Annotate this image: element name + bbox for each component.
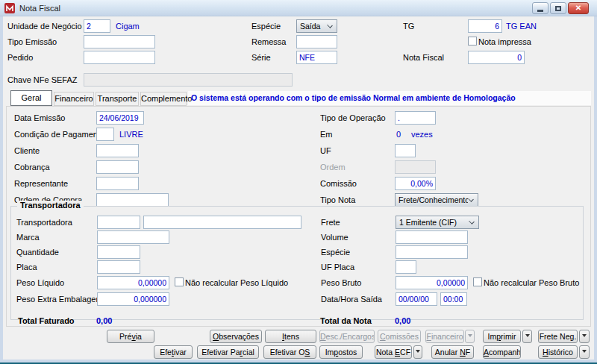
- unidade-negocio-label: Unidade de Negócio: [7, 22, 82, 31]
- title-bar: Nota Fiscal ✕: [0, 0, 597, 16]
- observacoes-button[interactable]: Observações: [210, 330, 262, 343]
- quantidade-input[interactable]: [97, 245, 140, 259]
- comissao-input[interactable]: [395, 177, 436, 190]
- app-icon: [4, 3, 15, 13]
- data-emissao-label: Data Emissão: [14, 113, 65, 122]
- anular-nf-button[interactable]: Anular NF: [431, 345, 474, 359]
- previa-button[interactable]: Prévia: [107, 330, 154, 343]
- em-value: 0: [396, 130, 401, 139]
- condicao-pagamento-input[interactable]: [96, 128, 114, 141]
- chave-nfe-label: Chave NFe SEFAZ: [7, 75, 78, 84]
- cliente-input[interactable]: [96, 144, 139, 157]
- dropdown-arrow-icon: [416, 350, 420, 355]
- comissao-label: Comissão: [320, 179, 357, 188]
- tab-transporte[interactable]: Transporte: [96, 92, 139, 106]
- comissoes-button: Comissões: [378, 330, 421, 343]
- peso-bruto-input[interactable]: [396, 276, 468, 289]
- imprimir-button[interactable]: Imprimir: [483, 330, 521, 343]
- uf-input[interactable]: [395, 144, 416, 157]
- especie-transp-input[interactable]: [396, 245, 468, 259]
- cobranca-label: Cobrança: [14, 163, 50, 172]
- frete-neg-dropdown-arrow[interactable]: [579, 330, 590, 343]
- form-body: Unidade de Negócio Cigam Espécie Saída T…: [3, 16, 594, 360]
- efetivar-parcial-button[interactable]: Efetivar Parcial: [197, 345, 259, 359]
- placa-label: Placa: [16, 263, 37, 272]
- placa-input[interactable]: [97, 260, 140, 274]
- tab-geral[interactable]: Geral: [10, 90, 52, 106]
- frete-select[interactable]: 1 Emitente (CIF): [396, 216, 479, 229]
- nota-impressa-checkbox[interactable]: [468, 37, 477, 46]
- marca-input[interactable]: [97, 230, 169, 244]
- especie-transp-label: Espécie: [321, 248, 350, 257]
- tipo-nota-select[interactable]: Frete/Conhecimento: [395, 193, 478, 207]
- marca-label: Marca: [16, 233, 40, 242]
- nao-recalcular-peso-bruto-checkbox[interactable]: [473, 277, 482, 286]
- imprimir-dropdown-arrow[interactable]: [522, 330, 532, 343]
- minimize-icon: [537, 10, 543, 12]
- impostos-button[interactable]: Impostos: [319, 345, 363, 359]
- uf-placa-input[interactable]: [396, 260, 416, 274]
- quantidade-label: Quantidade: [16, 248, 59, 257]
- nota-ecf-button[interactable]: Nota ECF: [375, 345, 412, 359]
- especie-select[interactable]: Saída: [296, 19, 337, 33]
- nota-ecf-dropdown-arrow[interactable]: [413, 345, 422, 359]
- hora-saida-input[interactable]: [440, 292, 467, 306]
- maximize-button[interactable]: [550, 2, 566, 14]
- serie-label: Série: [251, 53, 271, 62]
- cobranca-input[interactable]: [96, 160, 139, 174]
- unidade-negocio-desc: Cigam: [116, 22, 140, 31]
- tipo-operacao-input[interactable]: [395, 111, 436, 125]
- transportadora-code-input[interactable]: [97, 216, 140, 229]
- nota-fiscal-input[interactable]: [468, 51, 525, 64]
- itens-button[interactable]: Itens: [265, 330, 316, 343]
- nota-fiscal-window: Nota Fiscal ✕ Unidade de Negócio Cigam E…: [0, 0, 597, 364]
- peso-extra-input[interactable]: [97, 292, 169, 306]
- pedido-input[interactable]: [84, 51, 155, 64]
- acompanh-button[interactable]: Acompanh.: [483, 345, 521, 359]
- historico-dropdown-arrow[interactable]: [579, 345, 590, 359]
- minimize-button[interactable]: [532, 2, 548, 14]
- window-title: Nota Fiscal: [19, 4, 60, 13]
- peso-liquido-label: Peso Líquido: [16, 278, 64, 287]
- representante-input[interactable]: [96, 177, 139, 190]
- nota-fiscal-label: Nota Fiscal: [403, 53, 444, 62]
- tipo-operacao-label: Tipo de Operação: [320, 113, 386, 122]
- transportadora-name-input[interactable]: [143, 216, 301, 229]
- uf-label: UF: [320, 146, 331, 155]
- ordem-compra-input[interactable]: [96, 193, 169, 207]
- serie-input[interactable]: [296, 51, 337, 64]
- tab-complemento[interactable]: Complemento: [140, 92, 187, 106]
- nao-recalcular-peso-liquido-label: Não recalcular Peso Líquido: [185, 278, 288, 287]
- data-hora-saida-label: Data/Hora Saída: [321, 295, 382, 304]
- cliente-label: Cliente: [14, 146, 40, 155]
- volume-input[interactable]: [396, 230, 468, 244]
- data-emissao-input[interactable]: [96, 111, 144, 125]
- unidade-negocio-input[interactable]: [84, 19, 110, 33]
- chevron-down-icon: [468, 197, 474, 203]
- uf-placa-label: UF Placa: [321, 263, 354, 272]
- peso-extra-label: Peso Extra Embalagem: [16, 295, 103, 304]
- tipo-emissao-input[interactable]: [84, 35, 155, 48]
- efetivar-button[interactable]: Efetivar: [154, 345, 193, 359]
- pedido-label: Pedido: [7, 53, 33, 62]
- tg-input[interactable]: [468, 19, 502, 33]
- transportadora-group-title: Transportadora: [17, 201, 84, 210]
- em-suffix: vezes: [411, 130, 433, 139]
- peso-bruto-label: Peso Bruto: [321, 278, 361, 287]
- close-button[interactable]: ✕: [568, 2, 589, 14]
- peso-liquido-input[interactable]: [97, 276, 169, 289]
- close-icon: ✕: [575, 3, 581, 13]
- nao-recalcular-peso-liquido-checkbox[interactable]: [175, 277, 184, 286]
- tab-financeiro[interactable]: Financeiro: [54, 92, 94, 106]
- total-faturado-value: 0,00: [96, 316, 112, 325]
- transportadora-groupbox: Transportadora Transportadora Frete 1 Em…: [10, 206, 584, 320]
- data-saida-input[interactable]: [396, 292, 437, 306]
- ordem-label: Ordem: [320, 163, 346, 172]
- remessa-input[interactable]: [296, 35, 337, 48]
- historico-button[interactable]: Histórico: [538, 345, 578, 359]
- remessa-label: Remessa: [251, 37, 286, 46]
- efetivar-os-button[interactable]: Efetivar OS: [263, 345, 316, 359]
- status-message: O sistema está operando com o tipo de em…: [191, 93, 516, 102]
- chevron-down-icon: [469, 219, 475, 225]
- frete-neg-button[interactable]: Frete Neg.: [538, 330, 578, 343]
